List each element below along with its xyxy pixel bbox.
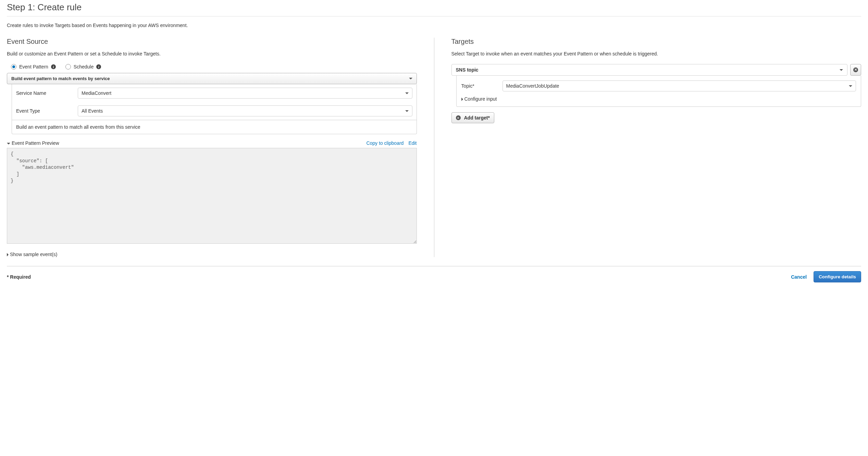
chevron-down-icon [849,85,852,87]
show-sample-events-toggle[interactable]: Show sample event(s) [7,252,417,257]
targets-heading: Targets [451,38,861,46]
page-description: Create rules to invoke Targets based on … [7,23,861,28]
plus-icon: + [456,115,461,120]
radio-schedule[interactable]: Schedule i [65,64,101,69]
show-sample-events-label: Show sample event(s) [10,252,58,257]
event-type-value: All Events [82,108,103,114]
event-pattern-preview-toggle[interactable]: Event Pattern Preview [7,140,59,146]
event-type-select[interactable]: All Events [78,105,412,116]
event-pattern-panel: Service Name MediaConvert Event Type All… [12,84,417,134]
service-name-select[interactable]: MediaConvert [78,88,412,99]
event-pattern-code[interactable] [7,148,417,244]
chevron-right-icon [461,98,463,101]
radio-event-pattern-label: Event Pattern [19,64,48,69]
chevron-down-icon [840,69,843,71]
target-type-select[interactable]: SNS topic [451,64,848,76]
targets-description: Select Target to invoke when an event ma… [451,51,861,56]
remove-target-button[interactable]: ✕ [850,64,861,76]
chevron-down-icon [7,143,10,144]
target-type-value: SNS topic [456,67,479,73]
radio-icon-checked [11,64,16,69]
radio-event-pattern[interactable]: Event Pattern i [11,64,56,69]
configure-input-toggle[interactable]: Configure input [457,95,861,105]
chevron-right-icon [7,253,9,256]
event-source-heading: Event Source [7,38,417,46]
event-source-description: Build or customize an Event Pattern or s… [7,51,417,56]
add-target-button[interactable]: + Add target* [451,112,494,123]
close-icon: ✕ [853,67,858,72]
required-note: * Required [7,274,31,280]
chevron-down-icon [405,92,409,94]
build-pattern-dropdown[interactable]: Build event pattern to match events by s… [7,73,417,84]
event-pattern-preview-label: Event Pattern Preview [12,140,59,146]
info-icon[interactable]: i [51,64,56,69]
radio-icon-unchecked [65,64,71,69]
configure-details-button[interactable]: Configure details [814,271,861,282]
configure-input-label: Configure input [464,96,497,102]
build-pattern-label: Build event pattern to match events by s… [11,76,110,81]
chevron-down-icon [409,78,412,79]
info-icon[interactable]: i [96,64,101,69]
copy-to-clipboard-link[interactable]: Copy to clipboard [366,140,404,146]
event-type-label: Event Type [16,108,78,114]
chevron-down-icon [405,110,409,112]
target-configuration-panel: Topic* MediaConvertJobUpdate Configure i… [456,76,861,107]
topic-select[interactable]: MediaConvertJobUpdate [503,80,856,91]
page-title: Step 1: Create rule [7,0,861,16]
add-target-label: Add target* [464,115,490,121]
pattern-hint: Build an event pattern to match all even… [12,120,417,134]
radio-schedule-label: Schedule [74,64,94,69]
edit-link[interactable]: Edit [408,140,417,146]
service-name-label: Service Name [16,90,78,96]
cancel-button[interactable]: Cancel [791,274,807,280]
topic-label: Topic* [461,83,499,89]
service-name-value: MediaConvert [82,90,111,96]
topic-value: MediaConvertJobUpdate [506,83,559,89]
